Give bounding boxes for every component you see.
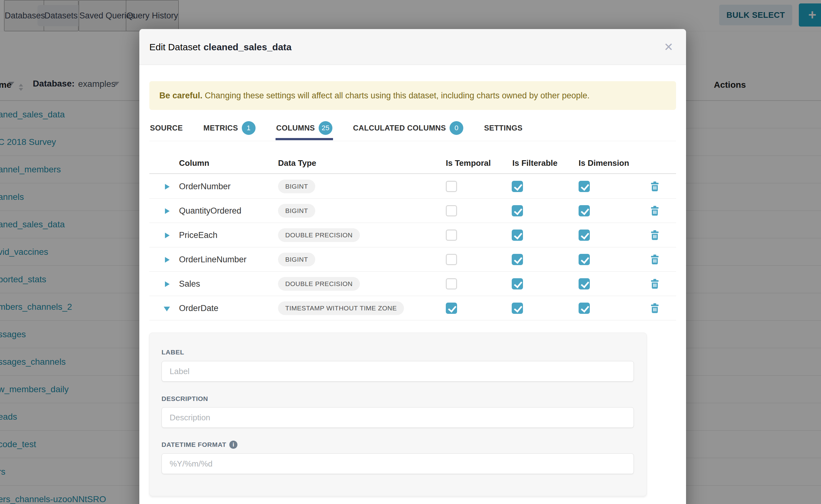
is-dimension-checkbox[interactable] [579,181,590,192]
data-type-pill: BIGINT [278,253,315,266]
edit-dataset-modal: Edit Dataset cleaned_sales_data ✕ Be car… [139,29,686,504]
description-input[interactable] [161,407,634,428]
datetime-caption-text: DATETIME FORMAT [161,441,226,448]
tab[interactable]: CALCULATED COLUMNS 0 [352,118,464,140]
tab[interactable]: COLUMNS 25 [275,118,333,140]
divider [149,173,676,174]
columns-table-header: Column Data Type Is Temporal Is Filterab… [139,151,686,175]
description-caption-text: DESCRIPTION [161,395,208,403]
modal-title: Edit Dataset cleaned_sales_data [149,29,291,65]
tab[interactable]: SETTINGS [483,118,523,140]
data-type-pill: TIMESTAMP WITHOUT TIME ZONE [278,301,404,315]
expand-caret-icon[interactable] [165,281,170,287]
column-row: OrderNumber BIGINT [139,174,686,199]
app-page: Databases Datasets Saved Queries Query H… [0,0,821,504]
delete-column-icon[interactable] [650,254,659,264]
tab-label: CALCULATED COLUMNS [353,124,446,132]
datetime-format-caption: DATETIME FORMAT i [161,441,237,449]
column-name: PriceEach [179,223,217,247]
is-filterable-checkbox[interactable] [512,254,523,265]
expand-caret-icon[interactable] [164,307,170,311]
expand-caret-icon[interactable] [165,184,170,190]
expand-caret-icon[interactable] [165,257,170,263]
warning-banner: Be careful. Changing these settings will… [149,81,676,110]
warning-text: Changing these settings will affect all … [202,91,590,101]
divider [149,141,676,141]
warning-bold-text: Be careful. [159,91,202,101]
is-temporal-checkbox[interactable] [446,278,457,289]
modal-header: Edit Dataset cleaned_sales_data ✕ [139,29,686,65]
is-filterable-checkbox[interactable] [512,205,523,216]
label-caption: LABEL [161,348,184,356]
data-type-header: Data Type [278,151,316,175]
column-header: Column [179,151,209,175]
is-temporal-checkbox[interactable] [446,205,457,216]
is-temporal-checkbox[interactable] [446,254,457,265]
is-filterable-header: Is Filterable [512,151,558,175]
column-name: QuantityOrdered [179,199,241,223]
column-row: QuantityOrdered BIGINT [139,199,686,223]
is-filterable-checkbox[interactable] [512,278,523,289]
tab-label: SETTINGS [484,124,522,132]
column-row: PriceEach DOUBLE PRECISION [139,223,686,247]
tab-label: SOURCE [150,124,183,132]
data-type-pill: BIGINT [278,204,315,218]
is-temporal-checkbox[interactable] [446,303,457,314]
data-type-pill: BIGINT [278,180,315,193]
column-name: OrderNumber [179,174,230,199]
delete-column-icon[interactable] [650,206,659,216]
modal-title-prefix: Edit Dataset [149,42,200,52]
datetime-format-input[interactable] [161,453,634,474]
expand-caret-icon[interactable] [165,208,170,214]
is-filterable-checkbox[interactable] [512,303,523,314]
is-temporal-checkbox[interactable] [446,230,457,241]
tab[interactable]: SOURCE [149,118,183,140]
is-dimension-checkbox[interactable] [579,254,590,265]
tab-label: METRICS [203,124,238,132]
is-temporal-header: Is Temporal [446,151,491,175]
tab-count-badge: 1 [242,121,255,135]
delete-column-icon[interactable] [650,303,659,313]
expand-caret-icon[interactable] [165,233,170,238]
tab[interactable]: METRICS 1 [203,118,256,140]
delete-column-icon[interactable] [650,230,659,240]
close-icon[interactable]: ✕ [662,40,675,54]
columns-table-body: OrderNumber BIGINT [139,174,686,320]
is-dimension-header: Is Dimension [579,151,629,175]
column-name: OrderDate [179,296,218,320]
description-caption: DESCRIPTION [161,395,208,403]
delete-column-icon[interactable] [650,279,659,289]
is-dimension-checkbox[interactable] [579,303,590,314]
is-filterable-checkbox[interactable] [512,181,523,192]
data-type-pill: DOUBLE PRECISION [278,228,360,242]
tab-count-badge: 0 [450,121,463,135]
column-name: Sales [179,272,200,296]
is-dimension-checkbox[interactable] [579,205,590,216]
column-detail-panel: LABEL DESCRIPTION DATETIME FORMAT i [149,333,647,496]
column-row: Sales DOUBLE PRECISION [139,272,686,296]
column-row: OrderLineNumber BIGINT [139,247,686,272]
tab-label: COLUMNS [276,124,315,132]
label-input[interactable] [161,361,634,382]
label-caption-text: LABEL [161,348,184,356]
is-dimension-checkbox[interactable] [579,278,590,289]
modal-tabs: SOURCE METRICS 1 COLUMNS 25 CALCULATED C… [149,118,523,141]
data-type-pill: DOUBLE PRECISION [278,277,360,291]
delete-column-icon[interactable] [650,181,659,191]
tab-count-badge: 25 [319,121,332,135]
modal-dataset-name: cleaned_sales_data [203,42,291,52]
column-row: OrderDate TIMESTAMP WITHOUT TIME ZONE [139,296,686,320]
is-temporal-checkbox[interactable] [446,181,457,192]
is-dimension-checkbox[interactable] [579,230,590,241]
is-filterable-checkbox[interactable] [512,230,523,241]
column-name: OrderLineNumber [179,247,246,272]
info-icon[interactable]: i [229,441,237,449]
